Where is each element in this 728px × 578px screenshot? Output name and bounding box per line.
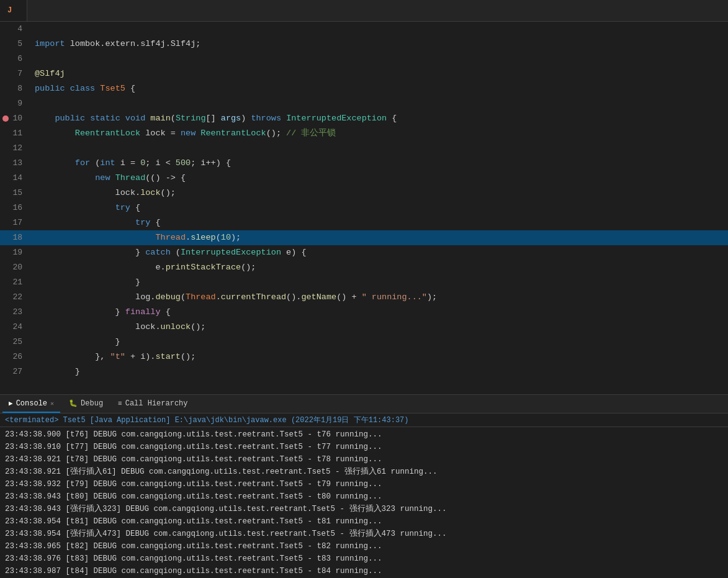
code-token: (); (266, 129, 286, 138)
code-token: Thread (186, 292, 216, 302)
panel-tab-close-button[interactable]: ✕ (50, 400, 54, 407)
line-number: 19 (0, 245, 30, 260)
code-token: } (35, 367, 80, 376)
panel-tab-icon: ≡ (118, 400, 122, 407)
java-icon: J (7, 6, 12, 15)
line-number: 11 (0, 126, 30, 141)
code-token: { (155, 218, 160, 227)
line-number: 8 (0, 81, 30, 96)
line-content: public static void main(String[] args) t… (30, 111, 728, 126)
code-token: (() -> { (145, 173, 186, 183)
line-content: } (30, 335, 728, 350)
console-output[interactable]: 23:43:38.900 [t76] DEBUG com.cangqiong.u… (0, 427, 728, 578)
code-token: e) { (281, 248, 307, 257)
code-token: } (35, 248, 145, 257)
line-content: Thread.sleep(10); (30, 230, 728, 245)
code-token: public (35, 84, 70, 93)
panel-tab-debug[interactable]: 🐛Debug (63, 395, 109, 413)
panel-tab-label: Debug (81, 399, 103, 408)
line-content: e.printStackTrace(); (30, 260, 728, 275)
panel-tab-call-hierarchy[interactable]: ≡Call Hierarchy (112, 395, 194, 413)
console-log-line: 23:43:38.965 [t82] DEBUG com.cangqiong.u… (0, 540, 728, 553)
code-line: 27 } (0, 364, 728, 379)
line-number: 7 (0, 66, 30, 81)
line-content: import lombok.extern.slf4j.Slf4j; (30, 37, 728, 52)
code-line: 8public class Tset5 { (0, 81, 728, 96)
line-content: ReentrantLock lock = new ReentrantLock()… (30, 126, 728, 141)
code-token: ; i++) { (191, 158, 231, 168)
code-token: @Slf4j (35, 69, 65, 78)
code-token: String (176, 114, 206, 123)
code-line: 13 for (int i = 0; i < 500; i++) { (0, 156, 728, 171)
line-content: }, "t" + i).start(); (30, 350, 728, 364)
line-content: } (30, 275, 728, 290)
code-token: ( (176, 248, 181, 257)
console-log-line: 23:43:38.932 [t79] DEBUG com.cangqiong.u… (0, 478, 728, 490)
code-line: 14 new Thread(() -> { (0, 171, 728, 186)
code-line: 24 lock.unlock(); (0, 320, 728, 335)
code-token: { (135, 203, 140, 212)
code-token (35, 173, 95, 183)
line-number: 27 (0, 364, 30, 379)
code-line: 18 Thread.sleep(10); (0, 230, 728, 245)
line-number: 10 (0, 111, 30, 126)
code-token: main (150, 114, 170, 123)
code-token: } (35, 278, 140, 287)
code-token: lock. (35, 322, 161, 332)
code-token: public (35, 114, 90, 123)
code-token: int (100, 158, 120, 168)
code-token: (); (191, 322, 205, 332)
console-header: <terminated> Tset5 [Java Application] E:… (0, 413, 728, 427)
code-token: new (181, 129, 200, 138)
code-token: try (135, 218, 155, 227)
line-number: 6 (0, 52, 30, 66)
code-token: debug (155, 292, 181, 302)
line-content: } catch (InterruptedException e) { (30, 245, 728, 260)
code-token: . (216, 292, 221, 302)
code-token: ); (231, 233, 241, 242)
line-content: log.debug(Thread.currentThread().getName… (30, 290, 728, 305)
line-content (30, 141, 728, 156)
panel-tab-label: Call Hierarchy (125, 399, 188, 408)
code-token: { (130, 84, 135, 93)
code-line: 25 } (0, 335, 728, 350)
line-number: 12 (0, 141, 30, 156)
code-token: InterruptedException (286, 114, 387, 123)
console-log-line: 23:43:38.900 [t76] DEBUG com.cangqiong.u… (0, 428, 728, 441)
panel-tab-console[interactable]: ▶Console ✕ (2, 395, 60, 413)
code-token: } (35, 337, 120, 346)
code-token: args (221, 114, 241, 123)
code-token: unlock (161, 322, 191, 332)
line-number: 23 (0, 305, 30, 320)
line-number: 26 (0, 350, 30, 364)
breakpoint-icon[interactable] (2, 115, 9, 122)
code-token: for (75, 158, 95, 168)
line-content: @Slf4j (30, 66, 728, 81)
code-token: Thread (155, 233, 186, 242)
code-editor: 4 5import lombok.extern.slf4j.Slf4j;6 7@… (0, 22, 728, 394)
line-number: 20 (0, 260, 30, 275)
code-token: 500 (176, 158, 191, 168)
code-line: 4 (0, 22, 728, 37)
code-token: "t" (110, 352, 125, 361)
code-line: 6 (0, 52, 728, 66)
line-content: for (int i = 0; i < 500; i++) { (30, 156, 728, 171)
line-number: 5 (0, 37, 30, 52)
file-tab[interactable]: J (0, 0, 27, 21)
code-token: { (387, 114, 397, 123)
line-content (30, 22, 728, 37)
code-token: }, (35, 352, 110, 361)
code-token: " running..." (362, 292, 427, 302)
code-line: 21 } (0, 275, 728, 290)
code-token: lock. (35, 188, 140, 197)
code-token (35, 218, 135, 227)
code-token: start (155, 352, 181, 361)
code-line: 7@Slf4j (0, 66, 728, 81)
line-number: 13 (0, 156, 30, 171)
code-token: ); (427, 292, 437, 302)
code-token: { (166, 307, 171, 317)
code-token: getName (301, 292, 336, 302)
code-token: import (35, 39, 70, 48)
code-token: 10 (221, 233, 231, 242)
line-number: 14 (0, 171, 30, 186)
